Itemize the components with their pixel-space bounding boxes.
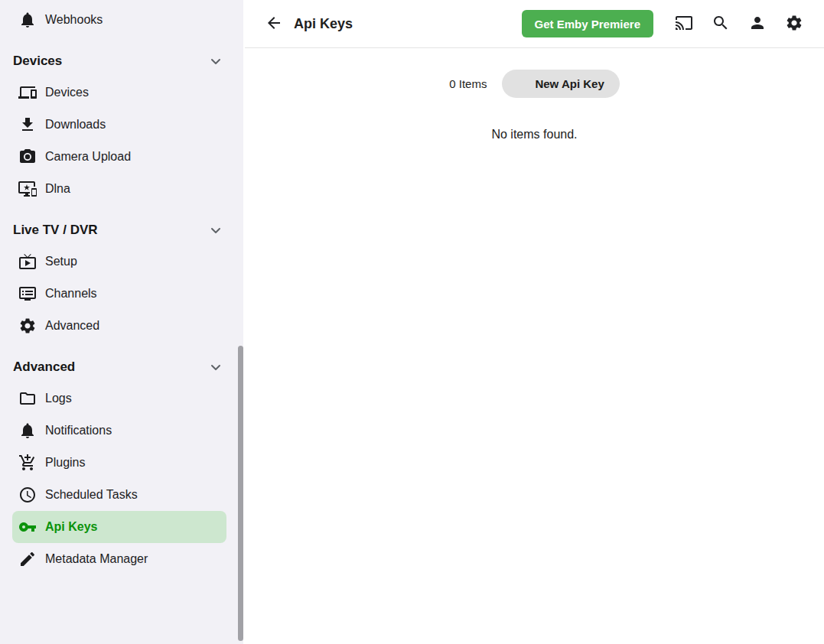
empty-message: No items found. (491, 128, 577, 141)
sidebar-item-label: Metadata Manager (45, 552, 148, 566)
sidebar-item-scheduled-tasks[interactable]: Scheduled Tasks (12, 479, 226, 511)
sidebar-item-api-keys[interactable]: Api Keys (12, 511, 226, 543)
clock-icon (18, 486, 37, 504)
dvr-icon (18, 285, 37, 303)
new-api-key-button[interactable]: New Api Key (502, 70, 619, 98)
sidebar-scrollbar-thumb[interactable] (238, 346, 243, 641)
sidebar-item-dlna[interactable]: Dlna (12, 173, 226, 205)
content: 0 Items New Api Key No items found. (245, 48, 824, 141)
sidebar-item-label: Plugins (45, 456, 85, 470)
get-emby-premiere-button[interactable]: Get Emby Premiere (522, 10, 653, 37)
important-devices-icon (18, 180, 37, 198)
sidebar-section-devices[interactable]: Devices (0, 46, 245, 76)
live-tv-icon (18, 252, 37, 271)
sidebar-item-webhooks[interactable]: Webhooks (12, 4, 226, 36)
bell-icon (18, 11, 37, 29)
sidebar-item-label: Notifications (45, 424, 112, 437)
back-icon (265, 14, 283, 34)
emby-admin-app: WebhooksDevicesDevicesDownloadsCamera Up… (0, 0, 824, 644)
cart-plus-icon (18, 454, 37, 472)
person-icon (748, 14, 767, 34)
key-icon (18, 518, 37, 536)
topbar: Api Keys Get Emby Premiere (245, 0, 824, 48)
download-icon (18, 115, 37, 134)
camera-icon (18, 148, 37, 166)
items-count: 0 Items (449, 77, 487, 90)
sidebar-section-advanced[interactable]: Advanced (0, 352, 245, 382)
plus-icon (513, 76, 528, 91)
sidebar-item-label: Logs (45, 392, 72, 405)
sidebar-item-downloads[interactable]: Downloads (12, 109, 226, 141)
sidebar: WebhooksDevicesDevicesDownloadsCamera Up… (0, 0, 245, 644)
settings-icon (785, 14, 803, 34)
sidebar-nav: WebhooksDevicesDevicesDownloadsCamera Up… (0, 0, 245, 575)
page-title: Api Keys (294, 16, 522, 32)
folder-icon (18, 389, 37, 408)
sidebar-item-notifications[interactable]: Notifications (12, 415, 226, 447)
new-api-key-label: New Api Key (535, 77, 604, 90)
devices-icon (18, 83, 37, 102)
sidebar-item-channels[interactable]: Channels (12, 278, 226, 310)
sidebar-item-setup[interactable]: Setup (12, 246, 226, 278)
sidebar-item-plugins[interactable]: Plugins (12, 447, 226, 479)
topbar-icon-group (675, 15, 803, 33)
sidebar-section-live-tv-dvr[interactable]: Live TV / DVR (0, 215, 245, 246)
section-label: Devices (13, 54, 62, 69)
sidebar-item-label: Advanced (45, 319, 99, 333)
main-area: Api Keys Get Emby Premiere 0 Items New A… (245, 0, 824, 644)
sidebar-item-label: Downloads (45, 118, 106, 132)
back-button[interactable] (265, 15, 283, 33)
search-button[interactable] (712, 15, 730, 33)
sidebar-item-metadata-manager[interactable]: Metadata Manager (12, 543, 226, 575)
sidebar-item-advanced[interactable]: Advanced (12, 310, 226, 342)
sidebar-item-label: Webhooks (45, 13, 103, 27)
sidebar-item-label: Devices (45, 86, 89, 99)
cast-icon (675, 14, 693, 34)
section-label: Live TV / DVR (13, 223, 98, 238)
sidebar-item-camera-upload[interactable]: Camera Upload (12, 141, 226, 173)
topbar-actions: Get Emby Premiere (522, 10, 803, 37)
bell-icon (18, 421, 37, 440)
sidebar-item-label: Camera Upload (45, 150, 131, 164)
sidebar-item-devices[interactable]: Devices (12, 76, 226, 109)
chevron-down-icon (207, 221, 225, 239)
settings-button[interactable] (785, 15, 803, 33)
sidebar-item-label: Scheduled Tasks (45, 488, 138, 502)
chevron-down-icon (207, 358, 225, 376)
pencil-icon (18, 550, 37, 568)
search-icon (712, 14, 730, 34)
sidebar-item-label: Dlna (45, 182, 70, 196)
person-button[interactable] (748, 15, 767, 33)
section-label: Advanced (13, 359, 75, 375)
chevron-down-icon (207, 52, 225, 70)
items-toolbar: 0 Items New Api Key (449, 70, 620, 98)
sidebar-item-label: Channels (45, 287, 97, 301)
gear-icon (18, 317, 37, 335)
sidebar-item-logs[interactable]: Logs (12, 382, 226, 415)
sidebar-item-label: Api Keys (45, 520, 97, 534)
cast-button[interactable] (675, 15, 693, 33)
sidebar-item-label: Setup (45, 255, 77, 268)
